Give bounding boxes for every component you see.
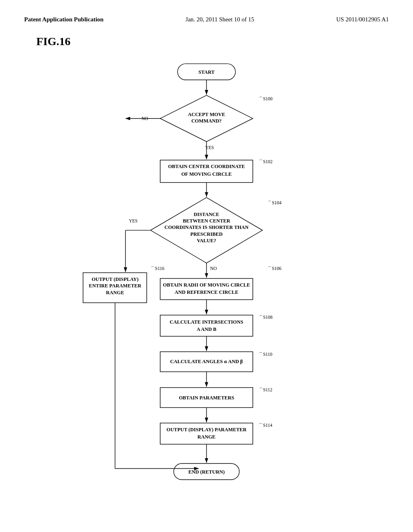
s104-line3: COORDINATES IS SHORTER THAN bbox=[165, 224, 249, 230]
yes-label-s104: YES bbox=[129, 218, 138, 223]
page: Patent Application Publication Jan. 20, … bbox=[0, 0, 413, 532]
s110-step: ⌒S110 bbox=[259, 352, 272, 357]
s114-line1: OUTPUT (DISPLAY) PARAMETER bbox=[167, 427, 247, 432]
flowchart: START ACCEPT MOVE COMMAND? ⌒S100 YES NO … bbox=[24, 56, 389, 499]
date-sheet-label: Jan. 20, 2011 Sheet 10 of 15 bbox=[186, 16, 254, 23]
s114-step: ⌒S114 bbox=[259, 423, 272, 428]
s116-line2: ENTIRE PARAMETER bbox=[89, 283, 142, 289]
s108-line1: CALCULATE INTERSECTIONS bbox=[170, 319, 243, 325]
s104-line1: DISTANCE bbox=[194, 212, 219, 217]
start-label: START bbox=[198, 69, 215, 75]
s110-line1: CALCULATE ANGLES α AND β bbox=[170, 359, 243, 364]
s108-line2: A AND B bbox=[196, 326, 216, 332]
s116-line3: RANGE bbox=[106, 290, 124, 295]
end-label: END (RETURN) bbox=[188, 469, 225, 475]
s100-line1: ACCEPT MOVE bbox=[188, 112, 225, 117]
no-label-s104: NO bbox=[210, 266, 217, 271]
s104-line2: BETWEEN CENTER bbox=[183, 218, 231, 224]
s104-step: ⌒S104 bbox=[267, 200, 282, 205]
s112-step: ⌒S112 bbox=[259, 387, 272, 392]
s102-step: ⌒S102 bbox=[259, 159, 273, 164]
figure-label: FIG.16 bbox=[36, 35, 389, 48]
s102-line1: OBTAIN CENTER COORDINATE bbox=[168, 164, 245, 169]
s106-line2: AND REFERENCE CIRCLE bbox=[175, 289, 238, 295]
s116-line1: OUTPUT (DISPLAY) bbox=[92, 276, 138, 282]
s106-step: ⌒S106 bbox=[267, 266, 282, 271]
s106-line1: OBTAIN RADII OF MOVING CIRCLE bbox=[163, 282, 250, 288]
s112-label: OBTAIN PARAMETERS bbox=[179, 395, 234, 401]
patent-number-label: US 2011/0012905 A1 bbox=[336, 16, 389, 23]
s104-line4: PRESCRIBED bbox=[190, 231, 223, 237]
svg-rect-14 bbox=[160, 315, 253, 337]
s100-line2: COMMAND? bbox=[191, 118, 221, 124]
s108-step: ⌒S108 bbox=[259, 315, 273, 320]
publication-label: Patent Application Publication bbox=[24, 16, 104, 23]
s116-step: ⌒S116 bbox=[150, 266, 164, 271]
s104-line5: VALUE? bbox=[197, 238, 216, 243]
s102-line2: OF MOVING CIRCLE bbox=[181, 171, 232, 177]
page-header: Patent Application Publication Jan. 20, … bbox=[24, 16, 389, 23]
s114-line2: RANGE bbox=[198, 434, 216, 440]
s100-step: ⌒S100 bbox=[259, 96, 273, 101]
